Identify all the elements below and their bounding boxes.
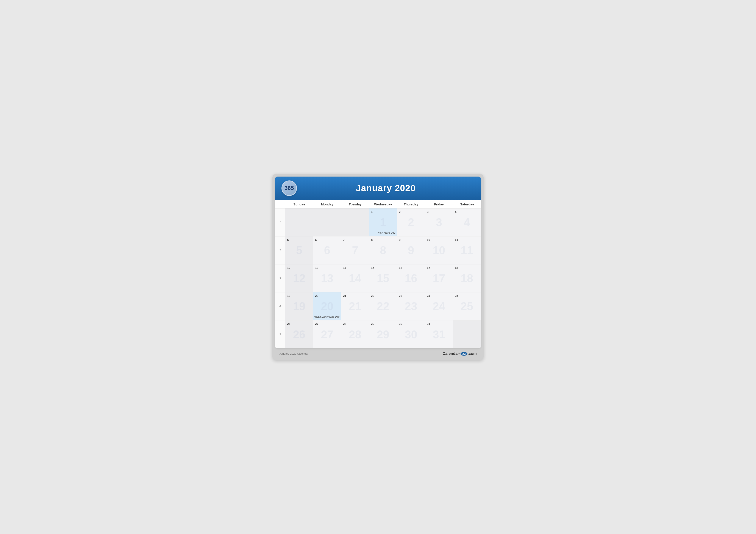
date-number: 17	[427, 266, 451, 269]
watermark-number: 11	[461, 244, 473, 257]
calendar-cell-5: 55	[285, 237, 313, 265]
date-number: 20	[315, 294, 339, 297]
calendar-cell-1: 11New Year's Day	[369, 208, 397, 237]
date-number: 15	[371, 266, 395, 269]
day-header-friday: Friday	[425, 200, 453, 208]
holiday-label: New Year's Day	[378, 231, 395, 235]
watermark-number: 13	[321, 272, 334, 285]
calendar-cell-14: 1414	[341, 265, 369, 292]
calendar-cell-8: 88	[369, 237, 397, 265]
calendar-cell-18: 1818	[453, 265, 481, 292]
footer-brand: Calendar-365.com	[443, 351, 477, 356]
calendar-cell-27: 2727	[313, 320, 341, 348]
date-number: 1	[371, 210, 395, 214]
date-number: 8	[371, 238, 395, 242]
date-number: 13	[315, 266, 339, 269]
footer: January 2020 Calendar Calendar-365.com	[275, 348, 481, 358]
calendar-cell-7: 77	[341, 237, 369, 265]
day-header-wednesday: Wednesday	[369, 200, 397, 208]
week-number-4: 4	[275, 292, 285, 320]
date-number: 11	[455, 238, 479, 242]
watermark-number: 23	[405, 300, 417, 313]
calendar-cell-29: 2929	[369, 320, 397, 348]
watermark-number: 2	[408, 216, 414, 229]
calendar-cell-22: 2222	[369, 292, 397, 320]
date-number: 31	[427, 322, 451, 326]
calendar-cell-10: 1010	[425, 237, 453, 265]
watermark-number: 16	[405, 272, 417, 285]
brand-post: .com	[468, 351, 477, 356]
watermark-number: 9	[408, 244, 414, 257]
calendar-cell-12: 1212	[285, 265, 313, 292]
calendar-cell-2: 22	[397, 208, 425, 237]
date-number: 2	[399, 210, 423, 214]
day-header-saturday: Saturday	[453, 200, 481, 208]
watermark-number: 21	[349, 300, 362, 313]
date-number: 16	[399, 266, 423, 269]
watermark-number: 12	[293, 272, 305, 285]
watermark-number: 10	[433, 244, 445, 257]
date-number: 5	[287, 238, 311, 242]
calendar-cell-empty	[453, 320, 481, 348]
calendar-cell-23: 2323	[397, 292, 425, 320]
calendar-cell-30: 3030	[397, 320, 425, 348]
watermark-number: 6	[324, 244, 330, 257]
watermark-number: 30	[405, 328, 417, 341]
calendar-cell-25: 2525	[453, 292, 481, 320]
calendar-cell-20: 2020Martin Luther King Day	[313, 292, 341, 320]
watermark-number: 14	[349, 272, 362, 285]
calendar-cell-28: 2828	[341, 320, 369, 348]
watermark-number: 1	[380, 216, 386, 229]
watermark-number: 24	[433, 300, 445, 313]
brand-pre: Calendar-	[443, 351, 460, 356]
calendar-cell-9: 99	[397, 237, 425, 265]
brand-num: 365	[461, 352, 468, 356]
calendar-cell-6: 66	[313, 237, 341, 265]
date-number: 26	[287, 322, 311, 326]
watermark-number: 31	[433, 328, 445, 341]
date-number: 23	[399, 294, 423, 297]
week-number-3: 3	[275, 265, 285, 292]
calendar-cell-empty	[285, 208, 313, 237]
calendar-cell-4: 44	[453, 208, 481, 237]
watermark-number: 27	[321, 328, 334, 341]
calendar-cell-21: 2121	[341, 292, 369, 320]
calendar-cell-26: 2626	[285, 320, 313, 348]
calendar-cell-13: 1313	[313, 265, 341, 292]
watermark-number: 5	[296, 244, 302, 257]
day-header-sunday: Sunday	[285, 200, 313, 208]
logo: 365	[282, 180, 297, 196]
week-number-2: 2	[275, 237, 285, 265]
watermark-number: 26	[293, 328, 305, 341]
date-number: 12	[287, 266, 311, 269]
watermark-number: 3	[436, 216, 442, 229]
days-header-row: Sunday Monday Tuesday Wednesday Thursday…	[275, 200, 481, 208]
calendar-cell-24: 2424	[425, 292, 453, 320]
date-number: 4	[455, 210, 479, 214]
watermark-number: 22	[377, 300, 390, 313]
watermark-number: 15	[377, 272, 390, 285]
calendar-header: 365 January 2020	[275, 177, 481, 200]
watermark-number: 4	[464, 216, 470, 229]
date-number: 19	[287, 294, 311, 297]
holiday-label: Martin Luther King Day	[314, 315, 339, 318]
date-number: 24	[427, 294, 451, 297]
date-number: 29	[371, 322, 395, 326]
calendar-cell-3: 33	[425, 208, 453, 237]
watermark-number: 17	[433, 272, 445, 285]
date-number: 25	[455, 294, 479, 297]
calendar-cell-empty	[313, 208, 341, 237]
watermark-number: 28	[349, 328, 362, 341]
watermark-number: 29	[377, 328, 390, 341]
week-number-1: 1	[275, 208, 285, 237]
calendar-title: January 2020	[297, 183, 474, 193]
date-number: 18	[455, 266, 479, 269]
date-number: 6	[315, 238, 339, 242]
week-number-5: 5	[275, 320, 285, 348]
date-number: 27	[315, 322, 339, 326]
calendar-cell-empty	[341, 208, 369, 237]
watermark-number: 19	[293, 300, 305, 313]
date-number: 21	[343, 294, 367, 297]
calendar-cell-11: 1111	[453, 237, 481, 265]
watermark-number: 8	[380, 244, 386, 257]
